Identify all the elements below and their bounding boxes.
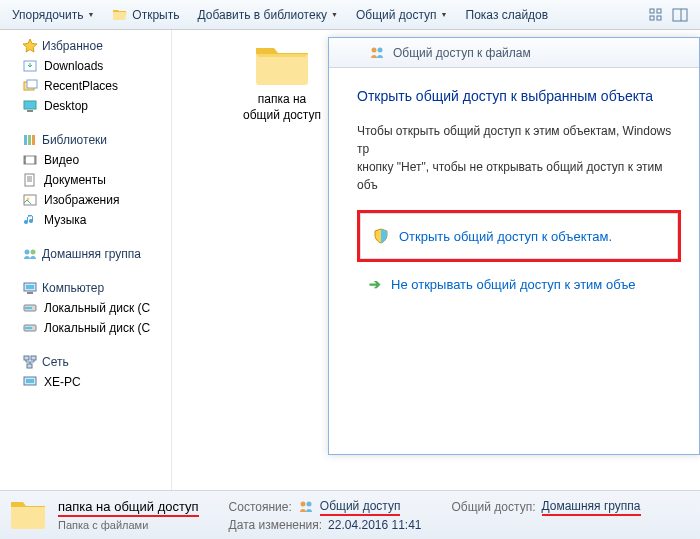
dialog-titlebar[interactable]: Общий доступ к файлам: [329, 38, 699, 68]
slideshow-label: Показ слайдов: [466, 8, 549, 22]
svg-rect-11: [24, 135, 27, 145]
share-label: Общий доступ: [356, 8, 437, 22]
date-value: 22.04.2016 11:41: [328, 518, 421, 532]
music-icon: [22, 212, 38, 228]
disk-icon: [22, 320, 38, 336]
svg-rect-23: [26, 285, 34, 289]
svg-rect-28: [25, 327, 32, 329]
sidebar-item-disk-c2[interactable]: Локальный диск (С: [0, 318, 171, 338]
noshare-option[interactable]: ➔ Не открывать общий доступ к этим объе: [357, 276, 681, 292]
computer-header[interactable]: ▷ Компьютер: [0, 278, 171, 298]
share-dialog: Общий доступ к файлам Открыть общий дост…: [328, 37, 700, 455]
shield-icon: [373, 228, 389, 244]
preview-pane-icon[interactable]: [672, 7, 688, 23]
svg-rect-31: [27, 364, 32, 368]
chevron-down-icon: ▼: [441, 11, 448, 18]
folder-item[interactable]: папка на общий доступ: [242, 40, 322, 123]
svg-rect-17: [25, 174, 34, 186]
item-label: XE-PC: [44, 375, 81, 389]
svg-point-35: [378, 47, 383, 52]
favorites-header[interactable]: ▷ Избранное: [0, 36, 171, 56]
status-item-name: папка на общий доступ: [58, 499, 199, 517]
state-value: Общий доступ: [320, 499, 401, 516]
homegroup-header[interactable]: ▷ Домашняя группа: [0, 244, 171, 264]
sidebar-item-downloads[interactable]: Downloads: [0, 56, 171, 76]
svg-rect-33: [26, 379, 34, 383]
dialog-description: Чтобы открыть общий доступ к этим объект…: [357, 122, 681, 194]
share-option[interactable]: Открыть общий доступ к объектам.: [360, 213, 678, 259]
svg-point-37: [306, 502, 311, 507]
share-label: Общий доступ:: [452, 500, 536, 514]
documents-icon: [22, 172, 38, 188]
homegroup-section: ▷ Домашняя группа: [0, 244, 171, 264]
libraries-section: ▷ Библиотеки Видео Документы: [0, 130, 171, 230]
star-icon: [22, 38, 38, 54]
svg-rect-30: [31, 356, 36, 360]
computer-icon: [22, 280, 38, 296]
dialog-title: Общий доступ к файлам: [393, 46, 531, 60]
sidebar-item-desktop[interactable]: Desktop: [0, 96, 171, 116]
svg-point-36: [300, 502, 305, 507]
libraries-header[interactable]: ▷ Библиотеки: [0, 130, 171, 150]
network-header[interactable]: ▷ Сеть: [0, 352, 171, 372]
sidebar-item-xepc[interactable]: XE-PC: [0, 372, 171, 392]
disk-icon: [22, 300, 38, 316]
details-pane: папка на общий доступ Папка с файлами Со…: [0, 490, 700, 539]
recent-icon: [22, 78, 38, 94]
svg-rect-13: [32, 135, 35, 145]
chevron-down-icon: ▼: [331, 11, 338, 18]
chevron-down-icon: ▼: [87, 11, 94, 18]
desktop-icon: [22, 98, 38, 114]
noshare-option-label: Не открывать общий доступ к этим объе: [391, 277, 636, 292]
item-label: Локальный диск (С: [44, 321, 150, 335]
organize-menu[interactable]: Упорядочить ▼: [4, 4, 102, 26]
network-label: Сеть: [42, 355, 69, 369]
folder-icon: [8, 497, 48, 533]
sidebar-item-recent[interactable]: RecentPlaces: [0, 76, 171, 96]
item-label: Музыка: [44, 213, 86, 227]
sidebar-item-music[interactable]: Музыка: [0, 210, 171, 230]
svg-rect-9: [24, 101, 36, 109]
svg-rect-3: [657, 16, 661, 20]
svg-rect-0: [650, 9, 654, 13]
item-label: Документы: [44, 173, 106, 187]
sidebar-item-disk-c[interactable]: Локальный диск (C: [0, 298, 171, 318]
date-label: Дата изменения:: [229, 518, 323, 532]
svg-rect-2: [650, 16, 654, 20]
libraries-icon: [22, 132, 38, 148]
open-label: Открыть: [132, 8, 179, 22]
svg-rect-12: [28, 135, 31, 145]
item-label: Desktop: [44, 99, 88, 113]
item-label: Видео: [44, 153, 79, 167]
svg-point-16: [25, 162, 26, 163]
homegroup-icon: [22, 246, 38, 262]
navigation-pane: ▷ Избранное Downloads RecentPlaces: [0, 30, 172, 490]
sidebar-item-documents[interactable]: Документы: [0, 170, 171, 190]
item-label: Downloads: [44, 59, 103, 73]
add-to-library-menu[interactable]: Добавить в библиотеку ▼: [190, 4, 346, 26]
state-label: Состояние:: [229, 500, 292, 514]
status-item-type: Папка с файлами: [58, 519, 199, 531]
svg-rect-8: [27, 80, 37, 88]
sidebar-item-video[interactable]: Видео: [0, 150, 171, 170]
computer-label: Компьютер: [42, 281, 104, 295]
computer-section: ▷ Компьютер Локальный диск (C Локальный …: [0, 278, 171, 338]
favorites-section: ▷ Избранное Downloads RecentPlaces: [0, 36, 171, 116]
downloads-icon: [22, 58, 38, 74]
open-button[interactable]: Открыть: [104, 3, 187, 27]
slideshow-button[interactable]: Показ слайдов: [458, 4, 557, 26]
svg-rect-29: [24, 356, 29, 360]
sidebar-item-pictures[interactable]: Изображения: [0, 190, 171, 210]
svg-rect-10: [27, 110, 33, 112]
view-mode-icon[interactable]: [648, 7, 664, 23]
item-label: Изображения: [44, 193, 119, 207]
highlighted-option: Открыть общий доступ к объектам.: [357, 210, 681, 262]
homegroup-label: Домашняя группа: [42, 247, 141, 261]
share-option-label: Открыть общий доступ к объектам.: [399, 229, 612, 244]
item-label: RecentPlaces: [44, 79, 118, 93]
svg-rect-26: [25, 307, 32, 309]
share-menu[interactable]: Общий доступ ▼: [348, 4, 456, 26]
svg-rect-4: [673, 9, 687, 21]
network-icon: [22, 354, 38, 370]
svg-point-21: [31, 250, 36, 255]
